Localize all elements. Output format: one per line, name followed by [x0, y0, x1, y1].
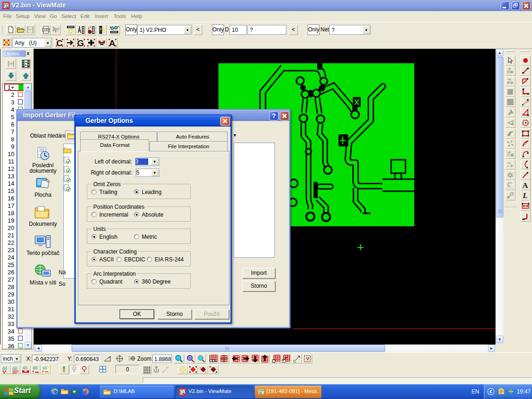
svg-text:C: C — [56, 38, 63, 48]
svg-text:s: s — [205, 370, 206, 373]
svg-text:?: ? — [56, 27, 60, 33]
svg-text:A: A — [109, 38, 115, 48]
svg-text:e: e — [53, 389, 55, 394]
svg-text:L: L — [522, 191, 527, 200]
svg-text:s: s — [200, 366, 201, 369]
svg-text:66: 66 — [12, 366, 17, 371]
svg-text:66: 66 — [2, 366, 7, 371]
svg-text:66: 66 — [42, 365, 47, 370]
svg-text:66: 66 — [23, 365, 27, 370]
svg-text:A: A — [522, 181, 528, 190]
svg-text:66: 66 — [33, 365, 37, 370]
